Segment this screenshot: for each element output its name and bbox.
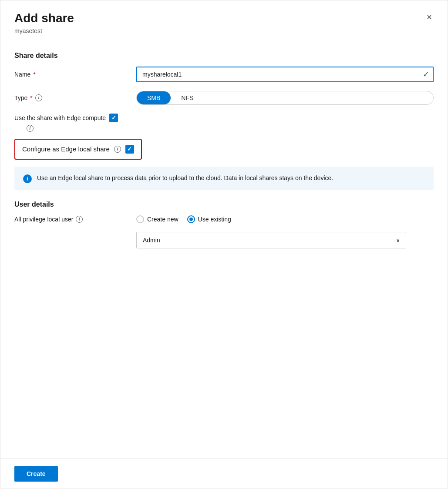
dialog-header: Add share myasetest ×	[0, 0, 448, 41]
info-banner-text: Use an Edge local share to process data …	[37, 174, 333, 183]
user-details-section-title: User details	[14, 201, 434, 208]
name-label: Name *	[14, 71, 136, 78]
dialog-title: Add share	[14, 11, 74, 26]
share-details-section-title: Share details	[14, 52, 434, 60]
edge-local-label: Configure as Edge local share	[22, 145, 110, 153]
name-row: Name * ✓	[14, 67, 434, 82]
type-toggle-wrapper: SMB NFS	[136, 91, 434, 105]
close-button[interactable]: ×	[425, 11, 434, 23]
edge-local-box: Configure as Edge local share i	[14, 139, 142, 160]
create-button[interactable]: Create	[14, 466, 58, 482]
name-input-wrapper: ✓	[136, 67, 434, 82]
type-required-star: *	[30, 94, 32, 101]
type-toggle-group: SMB NFS	[136, 91, 434, 105]
title-block: Add share myasetest	[14, 11, 74, 34]
edge-compute-checkbox[interactable]	[109, 114, 118, 122]
radio-use-existing-inner	[189, 218, 193, 221]
name-valid-icon: ✓	[423, 70, 429, 79]
dialog-subtitle: myasetest	[14, 27, 74, 34]
radio-use-existing[interactable]: Use existing	[187, 215, 231, 223]
radio-create-new[interactable]: Create new	[136, 215, 179, 223]
radio-group: Create new Use existing	[136, 215, 231, 223]
name-field-wrapper: ✓	[136, 67, 434, 82]
toggle-nfs[interactable]: NFS	[171, 91, 204, 104]
type-label: Type * i	[14, 94, 136, 101]
dialog-footer: Create	[0, 459, 448, 489]
radio-create-new-outer	[136, 215, 144, 223]
radio-use-existing-label: Use existing	[198, 216, 231, 223]
user-dropdown[interactable]: Admin	[136, 232, 406, 248]
toggle-smb[interactable]: SMB	[137, 91, 171, 104]
info-banner-icon: i	[23, 174, 32, 183]
type-row: Type * i SMB NFS	[14, 91, 434, 105]
edge-compute-label: Use the share with Edge compute	[14, 114, 118, 122]
all-privilege-label: All privilege local user i	[14, 216, 136, 223]
edge-compute-info-row: i	[27, 125, 434, 132]
edge-compute-row: Use the share with Edge compute	[14, 114, 434, 122]
add-share-dialog: Add share myasetest × Share details Name…	[0, 0, 448, 489]
user-dropdown-wrapper: Admin ∨	[136, 232, 406, 248]
name-input[interactable]	[136, 67, 434, 82]
edge-local-info-icon[interactable]: i	[114, 146, 121, 153]
radio-create-new-label: Create new	[147, 216, 179, 223]
edge-local-checkbox[interactable]	[125, 145, 134, 154]
edge-compute-info-icon[interactable]: i	[27, 125, 34, 132]
all-privilege-row: All privilege local user i Create new Us…	[14, 215, 434, 223]
radio-use-existing-outer	[187, 215, 195, 223]
info-banner: i Use an Edge local share to process dat…	[14, 167, 434, 190]
all-privilege-info-icon[interactable]: i	[76, 216, 83, 223]
name-required-star: *	[33, 71, 35, 78]
dialog-body: Share details Name * ✓ Type * i	[0, 41, 448, 459]
type-info-icon[interactable]: i	[35, 94, 42, 101]
